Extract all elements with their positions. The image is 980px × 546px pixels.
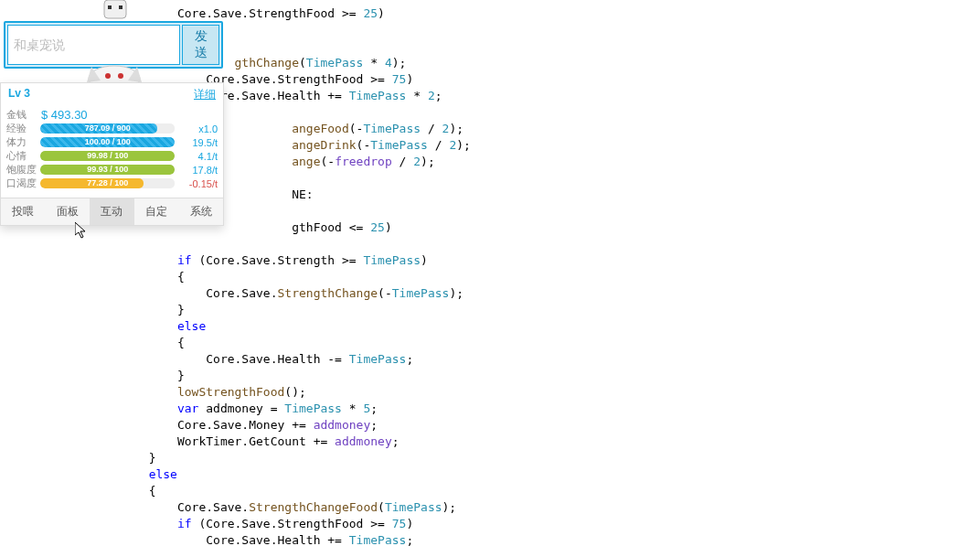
svg-rect-1	[108, 5, 112, 9]
stat-rate: 4.1/t	[176, 151, 218, 162]
stat-bar-text: 99.93 / 100	[40, 165, 175, 175]
stat-label: 口渴度	[6, 177, 38, 190]
stats-panel: Lv 3 详细 金钱 $ 493.30 经验 787.09 / 900 x1.0…	[0, 82, 224, 226]
stat-bar-text: 77.28 / 100	[40, 178, 175, 188]
tab-3[interactable]: 自定	[134, 198, 179, 225]
svg-point-4	[105, 73, 111, 79]
stat-rate: x1.0	[176, 123, 218, 134]
stat-row-money: 金钱 $ 493.30	[6, 108, 218, 122]
stat-row: 心情 99.98 / 100 4.1/t	[6, 149, 218, 163]
svg-point-5	[118, 73, 123, 79]
tab-4[interactable]: 系统	[178, 198, 223, 225]
send-button[interactable]: 发送	[182, 25, 219, 65]
stat-row: 经验 787.09 / 900 x1.0	[6, 122, 218, 135]
panel-tabs: 投喂面板互动自定系统	[1, 198, 223, 225]
stat-row: 口渴度 77.28 / 100 -0.15/t	[6, 177, 218, 190]
svg-rect-0	[104, 0, 126, 18]
money-value: $ 493.30	[41, 108, 88, 122]
stat-bar: 77.28 / 100	[40, 178, 175, 188]
svg-rect-2	[119, 5, 122, 9]
stat-bar: 100.00 / 100	[40, 137, 175, 147]
tab-2[interactable]: 互动	[90, 198, 134, 225]
stat-rate: 17.8/t	[176, 165, 218, 176]
stat-bar: 99.98 / 100	[40, 151, 175, 161]
stat-bar-text: 100.00 / 100	[40, 137, 175, 147]
stat-label: 心情	[6, 149, 38, 163]
stat-label: 饱腹度	[6, 163, 38, 177]
level-label: Lv 3	[8, 87, 30, 102]
detail-link[interactable]: 详细	[194, 87, 216, 102]
tab-0[interactable]: 投喂	[1, 198, 46, 225]
stat-bar-text: 787.09 / 900	[40, 123, 175, 134]
stat-rate: -0.15/t	[176, 178, 218, 189]
tab-1[interactable]: 面板	[46, 198, 91, 225]
stat-bar: 99.93 / 100	[40, 165, 175, 175]
stat-label: 经验	[6, 122, 38, 135]
stat-row: 饱腹度 99.93 / 100 17.8/t	[6, 163, 218, 177]
stat-rate: 19.5/t	[176, 137, 218, 148]
money-label: 金钱	[6, 108, 39, 122]
stat-row: 体力 100.00 / 100 19.5/t	[6, 135, 218, 149]
stat-label: 体力	[6, 135, 38, 149]
pet-sprite-head	[97, 0, 133, 22]
stat-bar-text: 99.98 / 100	[40, 151, 175, 161]
stat-bar: 787.09 / 900	[40, 123, 175, 134]
